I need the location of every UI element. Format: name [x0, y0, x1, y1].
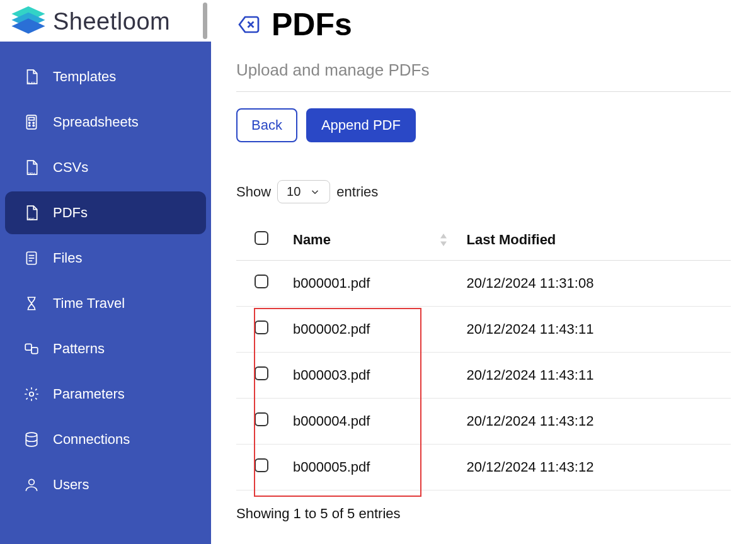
sidebar-item-pdfs[interactable]: PDF PDFs — [5, 191, 206, 234]
sidebar-item-csvs[interactable]: CSV CSVs — [5, 146, 206, 189]
brand-name: Sheetloom — [53, 8, 170, 35]
sidebar-item-patterns[interactable]: Patterns — [5, 327, 206, 370]
table-row[interactable]: b000004.pdf 20/12/2024 11:43:12 — [236, 399, 731, 445]
sidebar-item-templates[interactable]: XLSX Templates — [5, 55, 206, 98]
table-row[interactable]: b000001.pdf 20/12/2024 11:31:08 — [236, 261, 731, 307]
row-checkbox[interactable] — [255, 275, 268, 288]
sidebar-item-label: Patterns — [53, 341, 105, 357]
pdf-table: Name Last Modified b000001.pdf 20/12/202… — [236, 220, 731, 490]
show-label: Show — [236, 184, 271, 200]
svg-point-19 — [26, 433, 37, 437]
row-checkbox[interactable] — [255, 366, 268, 380]
select-all-checkbox[interactable] — [255, 231, 268, 245]
table-row[interactable]: b000005.pdf 20/12/2024 11:43:12 — [236, 445, 731, 490]
cell-modified: 20/12/2024 11:43:11 — [461, 307, 731, 353]
svg-marker-21 — [440, 234, 447, 239]
cell-name: b000001.pdf — [287, 261, 461, 307]
back-tag-icon[interactable] — [236, 12, 261, 37]
svg-point-9 — [33, 125, 34, 126]
svg-text:XLSX: XLSX — [26, 81, 35, 85]
page-title: PDFs — [272, 6, 352, 43]
svg-rect-16 — [25, 344, 32, 350]
table-footer-summary: Showing 1 to 5 of 5 entries — [236, 506, 731, 522]
sidebar-item-connections[interactable]: Connections — [5, 418, 206, 461]
chevron-down-icon — [309, 186, 321, 198]
user-icon — [23, 476, 40, 494]
append-pdf-button[interactable]: Append PDF — [306, 108, 416, 142]
brand[interactable]: Sheetloom — [0, 0, 211, 42]
gear-icon — [23, 385, 40, 403]
sidebar-item-label: Templates — [53, 69, 116, 85]
row-checkbox[interactable] — [255, 458, 268, 472]
svg-point-20 — [29, 479, 35, 485]
scrollbar-thumb[interactable] — [203, 3, 207, 39]
page-size-value: 10 — [287, 184, 301, 199]
svg-text:PDF: PDF — [27, 217, 35, 221]
table-row[interactable]: b000003.pdf 20/12/2024 11:43:11 — [236, 353, 731, 399]
row-checkbox[interactable] — [255, 412, 268, 426]
row-checkbox[interactable] — [255, 320, 268, 334]
page-subtitle: Upload and manage PDFs — [236, 60, 731, 80]
sidebar-nav: XLSX Templates Spreadsheets CSV CSVs PDF… — [0, 42, 211, 506]
file-icon — [23, 249, 40, 267]
sidebar-item-time-travel[interactable]: Time Travel — [5, 282, 206, 325]
main-content: PDFs Upload and manage PDFs Back Append … — [211, 0, 756, 544]
file-pdf-icon: PDF — [23, 204, 40, 222]
cell-modified: 20/12/2024 11:43:12 — [461, 399, 731, 445]
back-button[interactable]: Back — [236, 108, 297, 142]
sort-icon — [439, 234, 448, 246]
sidebar-item-label: Spreadsheets — [53, 114, 139, 130]
database-icon — [23, 431, 40, 448]
sidebar-item-users[interactable]: Users — [5, 463, 206, 506]
sidebar: Sheetloom XLSX Templates Spreadsheets CS… — [0, 0, 211, 544]
shapes-icon — [23, 340, 40, 358]
brand-logo-icon — [10, 6, 47, 37]
file-xlsx-icon: XLSX — [23, 68, 40, 86]
cell-modified: 20/12/2024 11:43:12 — [461, 445, 731, 490]
hourglass-icon — [23, 295, 40, 312]
svg-text:CSV: CSV — [27, 172, 35, 176]
sidebar-item-files[interactable]: Files — [5, 237, 206, 280]
sidebar-item-label: Parameters — [53, 386, 125, 402]
sidebar-item-label: Time Travel — [53, 295, 125, 312]
cell-modified: 20/12/2024 11:43:11 — [461, 353, 731, 399]
entries-label: entries — [336, 184, 378, 200]
column-header-modified[interactable]: Last Modified — [461, 220, 731, 261]
column-header-name[interactable]: Name — [287, 220, 461, 261]
divider — [236, 91, 731, 92]
calculator-icon — [23, 113, 40, 131]
cell-name: b000004.pdf — [287, 399, 461, 445]
svg-point-18 — [30, 392, 34, 397]
cell-name: b000002.pdf — [287, 307, 461, 353]
cell-name: b000003.pdf — [287, 353, 461, 399]
sidebar-item-spreadsheets[interactable]: Spreadsheets — [5, 101, 206, 144]
svg-rect-17 — [32, 348, 38, 354]
table-row[interactable]: b000002.pdf 20/12/2024 11:43:11 — [236, 307, 731, 353]
file-csv-icon: CSV — [23, 159, 40, 176]
cell-modified: 20/12/2024 11:31:08 — [461, 261, 731, 307]
svg-rect-5 — [29, 117, 35, 120]
svg-point-6 — [29, 122, 30, 123]
svg-point-7 — [33, 122, 34, 123]
sidebar-item-label: Connections — [53, 431, 130, 448]
sidebar-item-parameters[interactable]: Parameters — [5, 373, 206, 416]
svg-point-8 — [29, 125, 30, 126]
sidebar-item-label: PDFs — [53, 205, 88, 221]
sidebar-item-label: Users — [53, 477, 89, 493]
svg-marker-22 — [440, 242, 447, 247]
sidebar-item-label: CSVs — [53, 159, 88, 176]
page-size-select[interactable]: 10 — [277, 180, 330, 203]
sidebar-item-label: Files — [53, 250, 82, 266]
cell-name: b000005.pdf — [287, 445, 461, 490]
